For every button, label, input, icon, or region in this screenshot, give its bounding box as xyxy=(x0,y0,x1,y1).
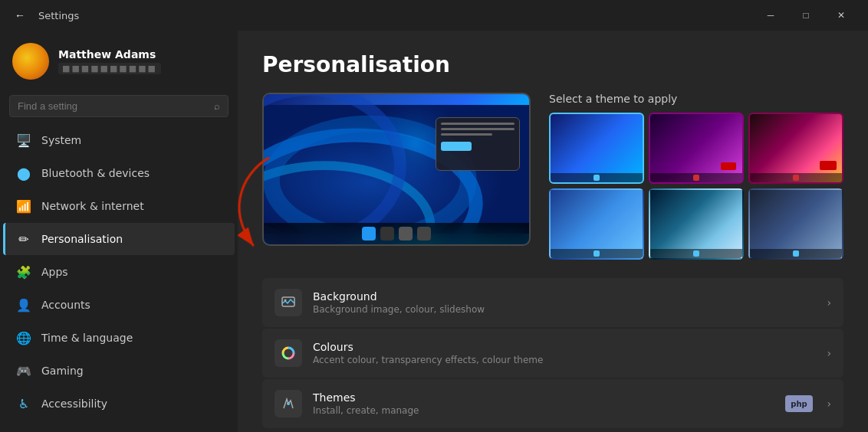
desktop-preview xyxy=(262,93,531,246)
nav-list: 🖥️ System ⬤ Bluetooth & devices 📶 Networ… xyxy=(0,123,238,421)
sidebar-item-network[interactable]: 📶 Network & internet xyxy=(3,190,235,222)
sidebar-item-gaming[interactable]: 🎮 Gaming xyxy=(3,355,235,387)
theme-mini-icon xyxy=(693,175,699,181)
gaming-icon: 🎮 xyxy=(15,362,32,379)
theme-6[interactable] xyxy=(748,188,843,260)
php-badge: php xyxy=(785,395,813,412)
colours-subtitle: Accent colour, transparency effects, col… xyxy=(313,355,816,365)
taskbar-icon xyxy=(417,227,431,241)
colours-title: Colours xyxy=(313,341,816,353)
sidebar-item-label: Time & language xyxy=(41,332,133,344)
preview-container xyxy=(262,93,531,246)
sidebar-item-apps[interactable]: 🧩 Apps xyxy=(3,256,235,288)
theme-mini-icon xyxy=(593,250,600,257)
taskbar-icon xyxy=(399,227,413,241)
settings-item-background[interactable]: Background Background image, colour, sli… xyxy=(262,278,843,327)
colours-icon xyxy=(275,339,302,367)
preview-window xyxy=(436,117,520,171)
theme-5[interactable] xyxy=(649,188,744,260)
apps-icon: 🧩 xyxy=(15,263,32,280)
sidebar-item-accessibility[interactable]: ♿ Accessibility xyxy=(3,388,235,420)
sidebar: Matthew Adams ■■■■■■■■■■ ⌕ 🖥️ System ⬤ B… xyxy=(0,31,238,432)
themes-subtitle: Install, create, manage xyxy=(313,405,816,416)
close-button[interactable]: ✕ xyxy=(824,3,859,28)
themes-label: Select a theme to apply xyxy=(549,93,843,105)
themes-icon xyxy=(275,390,302,417)
settings-item-themes[interactable]: Themes Install, create, manage php › xyxy=(262,379,843,428)
theme-mini-icon xyxy=(793,250,799,257)
titlebar: ← Settings ─ □ ✕ xyxy=(0,0,868,31)
taskbar-icon xyxy=(362,227,376,241)
theme-mini-icon xyxy=(693,250,699,257)
search-box[interactable]: ⌕ xyxy=(9,95,229,117)
chevron-right-icon: › xyxy=(827,296,831,309)
theme-1[interactable] xyxy=(549,113,644,184)
chevron-right-icon: › xyxy=(827,347,831,359)
window-controls: ─ □ ✕ xyxy=(753,3,859,28)
system-icon: 🖥️ xyxy=(15,132,32,149)
minimize-button[interactable]: ─ xyxy=(753,3,788,28)
themes-title: Themes xyxy=(313,391,816,404)
time-icon: 🌐 xyxy=(15,329,32,346)
sidebar-item-label: Accessibility xyxy=(41,398,107,410)
sidebar-item-accounts[interactable]: 👤 Accounts xyxy=(3,289,235,321)
sidebar-item-label: Network & internet xyxy=(41,200,144,212)
chevron-right-icon: › xyxy=(827,398,831,410)
accessibility-icon: ♿ xyxy=(15,395,32,412)
taskbar-icon xyxy=(380,227,394,241)
sidebar-item-label: System xyxy=(41,134,81,146)
sidebar-item-bluetooth[interactable]: ⬤ Bluetooth & devices xyxy=(3,157,235,189)
sidebar-item-label: Accounts xyxy=(41,299,90,311)
svg-point-10 xyxy=(287,402,290,405)
themes-section: Select a theme to apply xyxy=(549,93,843,260)
themes-grid xyxy=(549,113,843,260)
content-area: Personalisation xyxy=(238,31,868,432)
sidebar-item-label: Personalisation xyxy=(41,233,123,245)
accounts-icon: 👤 xyxy=(15,296,32,313)
app-title: Settings xyxy=(38,10,745,21)
background-subtitle: Background image, colour, slideshow xyxy=(313,304,816,315)
sidebar-item-system[interactable]: 🖥️ System xyxy=(3,124,235,156)
user-profile[interactable]: Matthew Adams ■■■■■■■■■■ xyxy=(0,31,238,92)
theme-3[interactable] xyxy=(748,113,843,184)
search-input[interactable] xyxy=(18,100,208,112)
user-email: ■■■■■■■■■■ xyxy=(58,63,161,74)
main-layout: Matthew Adams ■■■■■■■■■■ ⌕ 🖥️ System ⬤ B… xyxy=(0,31,868,432)
back-button[interactable]: ← xyxy=(9,5,31,26)
theme-4[interactable] xyxy=(549,188,644,260)
search-icon: ⌕ xyxy=(214,100,220,112)
maximize-button[interactable]: □ xyxy=(788,3,824,28)
theme-2[interactable] xyxy=(649,113,744,184)
sidebar-item-label: Bluetooth & devices xyxy=(41,167,150,179)
settings-item-colours[interactable]: Colours Accent colour, transparency effe… xyxy=(262,329,843,378)
sidebar-item-label: Gaming xyxy=(41,365,84,377)
sidebar-item-label: Apps xyxy=(41,266,68,278)
sidebar-item-time[interactable]: 🌐 Time & language xyxy=(3,322,235,354)
network-icon: 📶 xyxy=(15,198,32,214)
theme-mini-icon xyxy=(593,175,600,181)
sidebar-item-personalisation[interactable]: ✏️ Personalisation xyxy=(3,223,235,255)
page-title: Personalisation xyxy=(262,52,843,77)
avatar xyxy=(12,43,49,80)
top-section: Select a theme to apply xyxy=(262,93,843,260)
user-name: Matthew Adams xyxy=(58,48,161,61)
theme-mini-icon xyxy=(793,175,799,181)
svg-point-8 xyxy=(284,299,287,302)
settings-list: Background Background image, colour, sli… xyxy=(262,278,843,428)
preview-taskbar xyxy=(264,223,529,244)
bluetooth-icon: ⬤ xyxy=(15,165,32,182)
background-icon xyxy=(275,289,302,316)
personalisation-icon: ✏️ xyxy=(15,231,32,247)
background-title: Background xyxy=(313,290,816,303)
preview-wallpaper xyxy=(264,94,529,244)
